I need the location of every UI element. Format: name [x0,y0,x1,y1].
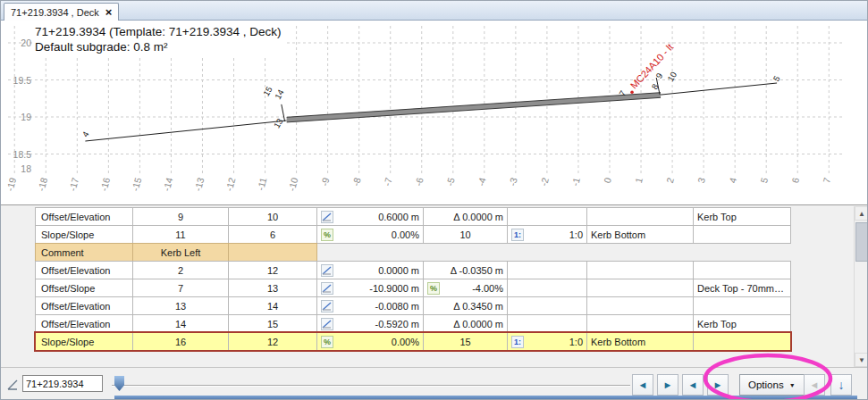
cross-section-view[interactable]: -19-18-17-16-15-14-13-12-11-10-9-8-7-6-5… [1,21,868,204]
cell-value: 1:0 [569,337,583,347]
cell-value: 0.6000 m [378,212,419,222]
station-slider-track[interactable] [112,385,630,387]
undo-button[interactable]: ◄ [804,374,825,396]
table-cell[interactable] [507,279,587,297]
x-axis-label: -17 [67,176,81,192]
y-axis-label: 20 [21,38,31,48]
scroll-up-button[interactable]: ▲ [855,206,868,221]
table-cell[interactable] [693,296,791,315]
table-cell[interactable]: %0.00% [316,225,424,244]
x-axis-label: 5 [758,176,770,184]
nav-button-group: ◄►◄► [632,374,729,396]
table-cell[interactable]: 0.6000 m [316,207,424,226]
y-axis-label: 18 [21,163,31,174]
table-cell[interactable]: 9 [132,207,229,226]
step-back-button[interactable]: ◄ [632,374,653,396]
table-cell[interactable]: 7 [132,279,229,297]
table-cell[interactable] [693,225,791,244]
table-cell[interactable]: 2 [132,261,229,279]
slope-icon [321,211,333,223]
table-cell[interactable]: -0.0080 m [316,296,424,315]
table-cell[interactable]: 13 [132,296,229,315]
table-cell[interactable]: 14 [132,314,229,333]
cell-value: 0.00% [392,229,419,240]
table-cell[interactable] [586,207,694,226]
table-cell[interactable] [586,296,694,315]
table-cell[interactable]: Kerb Left [132,243,229,262]
step-forward-button[interactable]: ► [657,374,678,396]
next-section-button[interactable]: ► [707,374,729,396]
table-cell[interactable]: 15 [228,314,317,333]
table-cell[interactable]: 0.0000 m [316,261,424,279]
x-axis-label: 7 [821,176,832,184]
row-type-cell[interactable]: Offset/Elevation [35,296,133,315]
x-axis-label: 0 [602,176,613,184]
scrollbar-thumb[interactable] [855,222,868,262]
table-cell[interactable]: 11 [132,225,229,244]
x-axis-label: -14 [161,176,175,192]
table-cell[interactable]: -10.9000 m [316,279,424,297]
slope-icon [321,282,333,295]
table-cell[interactable]: 1:1:0 [507,332,587,351]
table-cell[interactable]: 1:1:0 [507,225,587,244]
table-cell[interactable]: %-4.00% [423,279,508,297]
table-cell[interactable] [507,207,587,226]
y-axis-label: 19 [21,112,31,122]
table-cell[interactable] [693,332,791,351]
tab-cross-section[interactable]: 71+219.3934 , Deck × [4,3,119,21]
table-cell[interactable]: Kerb Top [693,314,791,333]
table-cell[interactable]: -0.5920 m [316,314,424,333]
table-cell[interactable] [507,314,587,333]
prev-section-button[interactable]: ◄ [682,374,704,396]
table-cell[interactable]: Deck Top - 70mm… [693,279,791,297]
station-input[interactable] [22,375,103,392]
table-cell[interactable]: Δ 0.0000 m [423,207,508,226]
string-marker-dot [630,90,634,94]
table-cell[interactable]: 10 [423,225,508,244]
station-slider-thumb[interactable] [114,376,124,391]
row-type-cell[interactable]: Slope/Slope [35,332,133,351]
table-cell[interactable] [693,261,791,279]
row-type-cell[interactable]: Comment [35,243,133,262]
apply-down-button[interactable]: ↓ [830,374,852,396]
table-cell[interactable]: Kerb Bottom [586,225,694,244]
x-axis-label: -6 [413,176,426,187]
table-cell[interactable]: 6 [228,225,317,244]
scroll-down-button[interactable]: ▼ [855,353,868,367]
x-axis-label: -9 [319,176,332,187]
section-icon [6,379,19,395]
table-cell[interactable]: 15 [423,332,508,351]
table-cell[interactable] [228,243,317,262]
table-row: Offset/Elevation9100.6000 mΔ 0.0000 mKer… [35,207,791,226]
table-cell[interactable] [586,279,694,297]
x-axis-label: -3 [507,176,519,187]
table-cell[interactable]: 14 [228,296,317,315]
table-cell[interactable]: 13 [228,279,317,297]
table-cell[interactable]: Δ 0.3450 m [423,296,508,315]
table-cell[interactable] [507,261,587,279]
table-cell[interactable]: Kerb Bottom [586,332,694,351]
table-row: Slope/Slope1612%0.00%151:1:0Kerb Bottom [35,332,791,351]
cell-value: -10.9000 m [369,283,419,294]
row-type-cell[interactable]: Offset/Slope [35,279,133,297]
ratio-icon: 1: [511,229,524,241]
row-type-cell[interactable]: Offset/Elevation [35,207,133,226]
table-cell[interactable] [507,296,587,315]
table-cell[interactable]: 10 [228,207,317,226]
table-cell[interactable]: Kerb Top [693,207,791,226]
table-cell[interactable]: %0.00% [316,332,424,351]
row-type-cell[interactable]: Slope/Slope [35,225,133,244]
close-icon[interactable]: × [105,6,113,18]
table-cell[interactable]: 12 [228,261,317,279]
table-cell[interactable]: 12 [228,332,317,351]
options-button[interactable]: Options ▼ [739,374,805,396]
table-cell[interactable] [586,261,694,279]
vertical-scrollbar[interactable]: ▲ ▼ [854,206,868,367]
table-cell[interactable]: Δ -0.0350 m [423,261,508,279]
table-cell[interactable]: 16 [132,332,229,351]
row-type-cell[interactable]: Offset/Elevation [35,261,133,279]
table-cell[interactable] [586,314,694,333]
row-type-cell[interactable]: Offset/Elevation [35,314,133,333]
navigation-bar: ◄►◄► Options ▼ ◄↓ [1,367,868,400]
table-cell[interactable]: Δ 0.0000 m [423,314,508,333]
